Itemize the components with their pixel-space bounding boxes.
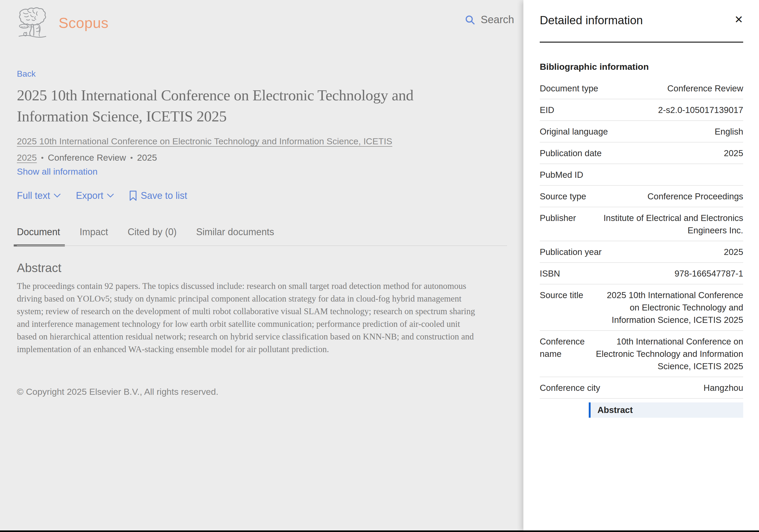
row-value: 978-166547787-1 <box>674 267 743 280</box>
row-value: 2-s2.0-105017139017 <box>658 104 743 116</box>
separator-dot: • <box>41 154 44 162</box>
copyright-notice: © Copyright 2025 Elsevier B.V., All righ… <box>17 387 219 397</box>
abstract-heading: Abstract <box>17 261 61 275</box>
row-label: Publication year <box>540 246 602 258</box>
back-link[interactable]: Back <box>17 69 36 79</box>
search-icon <box>464 14 475 25</box>
document-type-label: Conference Review <box>48 152 126 163</box>
detail-row: Original languageEnglish <box>540 121 743 142</box>
abstract-text: The proceedings contain 92 papers. The t… <box>17 280 475 356</box>
close-icon[interactable]: ✕ <box>734 14 743 25</box>
tab-document[interactable]: Document <box>17 226 60 247</box>
chevron-down-icon <box>54 193 60 198</box>
export-label: Export <box>76 190 103 201</box>
export-dropdown[interactable]: Export <box>76 190 114 201</box>
bookmark-icon <box>129 190 137 201</box>
row-value: 2025 <box>724 147 743 159</box>
row-value: English <box>715 125 743 138</box>
detail-row: EID2-s2.0-105017139017 <box>540 99 743 121</box>
tab-impact[interactable]: Impact <box>80 226 108 247</box>
tab-cited-by-0-[interactable]: Cited by (0) <box>128 226 177 247</box>
document-byline: 2025 10th International Conference on El… <box>17 133 431 166</box>
detail-row: Publication date2025 <box>540 142 743 164</box>
document-title: 2025 10th International Conference on El… <box>17 85 444 127</box>
detail-row: PubMed ID <box>540 164 743 186</box>
row-label: PubMed ID <box>540 169 583 181</box>
elsevier-tree-logo-icon[interactable]: NON SOLUS <box>17 7 48 38</box>
row-value: Conference Review <box>667 82 743 95</box>
row-label: Source title <box>540 289 583 326</box>
main-content-area: NON SOLUS Scopus Search Back 2025 10th I… <box>0 0 523 532</box>
row-label: Document type <box>540 82 598 95</box>
row-value: Institute of Electrical and Electronics … <box>596 212 743 237</box>
save-to-list-label: Save to list <box>141 190 187 201</box>
row-label: Publisher <box>540 212 576 237</box>
tab-similar-documents[interactable]: Similar documents <box>196 226 274 247</box>
panel-header-divider <box>540 42 743 43</box>
panel-title: Detailed information <box>540 14 643 27</box>
detail-row: Publication year2025 <box>540 241 743 263</box>
row-value: 10th International Conference on Electro… <box>596 335 743 372</box>
search-button[interactable]: Search <box>464 14 514 25</box>
search-label: Search <box>481 14 514 25</box>
row-label: EID <box>540 104 554 116</box>
bibliographic-rows: Document typeConference ReviewEID2-s2.0-… <box>540 78 743 399</box>
row-value: Conference Proceedings <box>648 190 743 203</box>
detail-row: ISBN978-166547787-1 <box>540 263 743 285</box>
chevron-down-icon <box>107 193 114 198</box>
save-to-list-button[interactable]: Save to list <box>129 190 187 201</box>
panel-nav-item-abstract[interactable]: Abstract <box>589 402 743 418</box>
detail-row: Source typeConference Proceedings <box>540 186 743 207</box>
brand-row: NON SOLUS Scopus <box>17 7 108 38</box>
row-label: Original language <box>540 125 608 138</box>
row-value: Hangzhou <box>704 382 743 394</box>
separator-dot: • <box>130 154 133 162</box>
detail-row: Conference name10th International Confer… <box>540 331 743 377</box>
detailed-information-panel: Detailed information ✕ Bibliographic inf… <box>523 0 759 532</box>
detail-row: Document typeConference Review <box>540 78 743 99</box>
tabs-baseline-divider <box>17 246 507 246</box>
full-text-label: Full text <box>17 190 50 201</box>
publication-year-label: 2025 <box>137 152 157 163</box>
detail-row: Source title2025 10th International Conf… <box>540 285 743 331</box>
full-text-dropdown[interactable]: Full text <box>17 190 60 201</box>
row-label: Source type <box>540 190 586 203</box>
bottom-screen-edge <box>0 530 759 532</box>
row-label: Conference city <box>540 382 600 394</box>
show-all-information-link[interactable]: Show all information <box>17 167 98 177</box>
action-bar: Full text Export Save to list <box>17 190 187 201</box>
detail-row: Conference cityHangzhou <box>540 377 743 399</box>
document-tabs: DocumentImpactCited by (0)Similar docume… <box>17 226 274 247</box>
scopus-brand-name[interactable]: Scopus <box>59 14 108 31</box>
row-value: 2025 <box>724 246 743 258</box>
row-label: ISBN <box>540 267 560 280</box>
row-value: 2025 10th International Conference on El… <box>596 289 743 326</box>
panel-header: Detailed information ✕ <box>540 14 743 27</box>
row-label: Conference name <box>540 335 588 372</box>
row-label: Publication date <box>540 147 602 159</box>
bibliographic-information-heading: Bibliographic information <box>540 62 743 72</box>
detail-row: PublisherInstitute of Electrical and Ele… <box>540 207 743 241</box>
svg-text:NON SOLUS: NON SOLUS <box>21 26 33 28</box>
